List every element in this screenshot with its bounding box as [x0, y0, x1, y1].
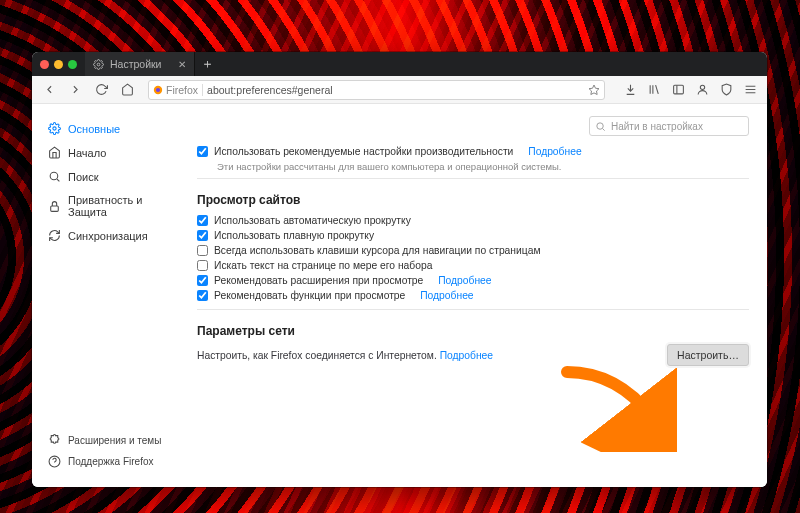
svg-point-6 [700, 85, 704, 89]
svg-rect-13 [51, 205, 59, 210]
tab-title: Настройки [110, 58, 162, 70]
sidebar-item-home[interactable]: Начало [44, 142, 187, 163]
checkbox-recommend-extensions[interactable] [197, 275, 208, 286]
svg-point-2 [156, 87, 160, 91]
sidebar-item-label: Расширения и темы [68, 435, 161, 446]
sidebar-item-label: Синхронизация [68, 230, 148, 242]
svg-marker-3 [589, 85, 599, 95]
sidebar-item-privacy[interactable]: Приватность и Защита [44, 190, 187, 222]
sidebar-item-support[interactable]: Поддержка Firefox [44, 452, 187, 471]
checkbox-label: Рекомендовать функции при просмотре [214, 290, 405, 301]
checkbox-label: Рекомендовать расширения при просмотре [214, 275, 423, 286]
learn-more-link[interactable]: Подробнее [420, 290, 473, 301]
toolbar-actions [615, 79, 761, 101]
sync-icon [48, 229, 61, 242]
preferences-panel: Найти в настройках Использовать рекоменд… [187, 104, 767, 487]
home-button[interactable] [116, 79, 138, 101]
section-title: Параметры сети [197, 324, 749, 338]
learn-more-link[interactable]: Подробнее [438, 275, 491, 286]
checkbox-smooth-scroll[interactable] [197, 230, 208, 241]
puzzle-icon [48, 434, 61, 447]
checkbox-search-while-typing[interactable] [197, 260, 208, 271]
reload-button[interactable] [90, 79, 112, 101]
checkbox-label: Использовать плавную прокрутку [214, 230, 374, 241]
checkbox-label: Всегда использовать клавиши курсора для … [214, 245, 540, 256]
preferences-sidebar: Основные Начало Поиск Приватность и Защи… [32, 104, 187, 487]
svg-point-16 [597, 122, 603, 128]
new-tab-button[interactable]: ＋ [195, 52, 219, 76]
divider [197, 309, 749, 310]
preferences-content: Основные Начало Поиск Приватность и Защи… [32, 104, 767, 487]
sidebar-item-general[interactable]: Основные [44, 118, 187, 139]
checkbox-cursor-keys[interactable] [197, 245, 208, 256]
annotation-arrow-icon [557, 362, 677, 452]
browsing-section: Просмотр сайтов Использовать автоматичес… [197, 193, 749, 310]
checkbox-label: Использовать рекомендуемые настройки про… [214, 146, 513, 157]
tab-preferences[interactable]: Настройки ✕ [85, 52, 195, 76]
sidebar-item-label: Основные [68, 123, 120, 135]
svg-point-0 [97, 63, 100, 66]
performance-note: Эти настройки рассчитаны для вашего комп… [217, 161, 749, 172]
network-settings-button[interactable]: Настроить… [667, 344, 749, 366]
svg-line-12 [57, 179, 59, 181]
checkbox-use-recommended-perf[interactable] [197, 146, 208, 157]
address-bar[interactable]: Firefox about:preferences#general [148, 80, 605, 100]
minimize-window-button[interactable] [54, 60, 63, 69]
sidebar-item-label: Приватность и Защита [68, 194, 183, 218]
preferences-search[interactable]: Найти в настройках [589, 116, 749, 136]
sidebar-toggle-icon[interactable] [667, 79, 689, 101]
sidebar-item-sync[interactable]: Синхронизация [44, 225, 187, 246]
network-section: Параметры сети Настроить, как Firefox со… [197, 324, 749, 366]
identity-label: Firefox [166, 84, 198, 96]
close-window-button[interactable] [40, 60, 49, 69]
sidebar-item-label: Поиск [68, 171, 98, 183]
sidebar-item-extensions[interactable]: Расширения и темы [44, 431, 187, 450]
account-icon[interactable] [691, 79, 713, 101]
sidebar-item-label: Поддержка Firefox [68, 456, 154, 467]
svg-point-11 [50, 172, 58, 180]
section-title: Просмотр сайтов [197, 193, 749, 207]
checkbox-label: Использовать автоматическую прокрутку [214, 215, 411, 226]
forward-button[interactable] [64, 79, 86, 101]
gear-icon [93, 59, 104, 70]
learn-more-link[interactable]: Подробнее [440, 350, 493, 361]
lock-icon [48, 200, 61, 213]
network-description: Настроить, как Firefox соединяется с Инт… [197, 350, 437, 361]
sidebar-item-label: Начало [68, 147, 106, 159]
gear-icon [48, 122, 61, 135]
close-tab-icon[interactable]: ✕ [178, 59, 186, 70]
library-icon[interactable] [643, 79, 665, 101]
question-icon [48, 455, 61, 468]
shield-icon[interactable] [715, 79, 737, 101]
firefox-icon [153, 85, 163, 95]
tab-bar: Настройки ✕ ＋ [32, 52, 767, 76]
checkbox-recommend-features[interactable] [197, 290, 208, 301]
bookmark-star-icon[interactable] [588, 84, 600, 96]
back-button[interactable] [38, 79, 60, 101]
sidebar-item-search[interactable]: Поиск [44, 166, 187, 187]
svg-point-10 [53, 127, 56, 130]
identity-badge: Firefox [153, 84, 203, 96]
browser-window: Настройки ✕ ＋ Firefox about:preferences#… [32, 52, 767, 487]
nav-toolbar: Firefox about:preferences#general [32, 76, 767, 104]
svg-line-17 [603, 128, 605, 130]
home-icon [48, 146, 61, 159]
divider [197, 178, 749, 179]
url-text: about:preferences#general [207, 84, 333, 96]
search-placeholder: Найти в настройках [611, 121, 703, 132]
svg-rect-4 [673, 85, 683, 94]
window-controls [32, 52, 85, 76]
checkbox-autoscroll[interactable] [197, 215, 208, 226]
checkbox-label: Искать текст на странице по мере его наб… [214, 260, 432, 271]
search-icon [595, 121, 606, 132]
zoom-window-button[interactable] [68, 60, 77, 69]
search-icon [48, 170, 61, 183]
performance-section: Использовать рекомендуемые настройки про… [197, 144, 749, 179]
learn-more-link[interactable]: Подробнее [528, 146, 581, 157]
downloads-icon[interactable] [619, 79, 641, 101]
menu-icon[interactable] [739, 79, 761, 101]
